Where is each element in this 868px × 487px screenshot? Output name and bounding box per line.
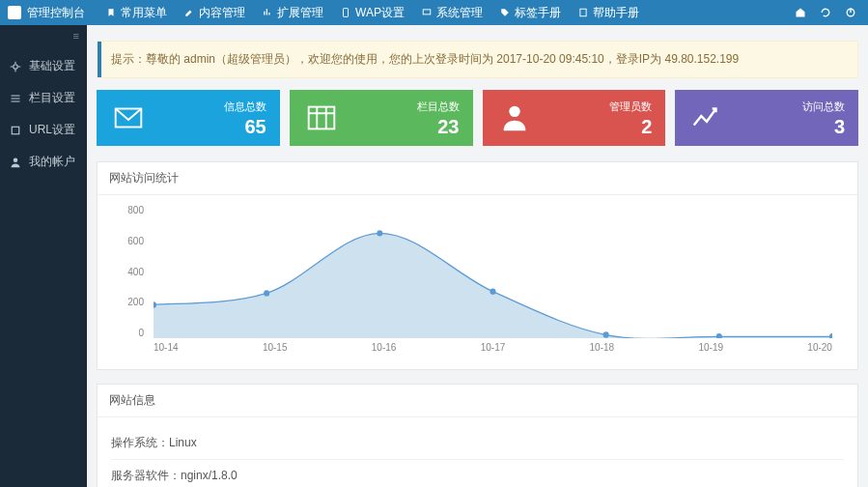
- tag-icon: [500, 8, 510, 17]
- stat-card-messages[interactable]: 信息总数 65: [97, 90, 280, 146]
- stat-card-columns[interactable]: 栏目总数 23: [290, 90, 473, 146]
- svg-rect-2: [580, 9, 586, 16]
- stat-card-visits[interactable]: 访问总数 3: [675, 90, 858, 146]
- stat-label: 管理员数: [609, 100, 652, 114]
- home-icon[interactable]: [795, 7, 806, 18]
- chart-ytick: 200: [117, 297, 144, 307]
- chart-xtick: 10-16: [372, 342, 397, 359]
- notice-text: 提示：尊敬的 admin（超级管理员），欢迎您的使用，您的上次登录时间为 201…: [111, 51, 739, 68]
- chart-area-fill: [154, 233, 832, 338]
- sidebar: ≡ 基础设置 栏目设置 URL设置: [0, 25, 87, 487]
- topnav-item-tag[interactable]: 标签手册: [500, 5, 561, 21]
- stat-value: 65: [224, 116, 266, 138]
- info-label: 服务器软件：: [111, 469, 181, 482]
- topnav-item-common[interactable]: 常用菜单: [106, 5, 167, 21]
- topnav-label: 扩展管理: [277, 5, 323, 21]
- stats-row: 信息总数 65 栏目总数 23 管理员数 2: [97, 90, 858, 146]
- topnav-label: 帮助手册: [593, 5, 639, 21]
- sidebar-item-url[interactable]: URL设置: [0, 114, 87, 146]
- info-row: 操作系统：Linux: [111, 427, 844, 460]
- edit-icon: [184, 8, 194, 17]
- info-value: Linux: [169, 436, 197, 449]
- chart-xtick: 10-20: [807, 342, 832, 359]
- info-label: 操作系统：: [111, 436, 169, 449]
- chart-xtick: 10-17: [481, 342, 506, 359]
- bookmark-icon: [106, 8, 116, 17]
- notice-banner: 提示：尊敬的 admin（超级管理员），欢迎您的使用，您的上次登录时间为 201…: [97, 41, 858, 78]
- link-icon: [10, 125, 21, 136]
- person-icon: [496, 100, 533, 136]
- chart-ytick: 400: [117, 267, 144, 277]
- sidebar-toggle[interactable]: ≡: [0, 25, 87, 46]
- brand-title: 管理控制台: [27, 5, 85, 21]
- power-icon[interactable]: [845, 7, 856, 18]
- list-icon: [10, 93, 21, 104]
- chart-point: [603, 331, 609, 337]
- gear-icon: [10, 61, 21, 72]
- chart-xtick: 10-14: [154, 342, 179, 359]
- topnav-label: 系统管理: [436, 5, 483, 21]
- brand-icon: [8, 6, 21, 19]
- stat-label: 访问总数: [802, 100, 845, 114]
- brand[interactable]: 管理控制台: [0, 5, 93, 21]
- menu-icon: ≡: [73, 30, 79, 42]
- refresh-icon[interactable]: [820, 7, 831, 18]
- stat-value: 23: [417, 116, 460, 138]
- stat-card-admins[interactable]: 管理员数 2: [483, 90, 666, 146]
- svg-rect-9: [308, 107, 334, 129]
- mail-icon: [110, 100, 147, 136]
- user-icon: [10, 157, 21, 168]
- panel-siteinfo: 网站信息 操作系统：Linux服务器软件：nginx/1.8.0MySQL 版本…: [97, 384, 858, 487]
- chart: 8006004002000 10-1410-1510-1610-1710-181…: [111, 205, 844, 359]
- sidebar-item-column[interactable]: 栏目设置: [0, 82, 87, 114]
- mobile-icon: [341, 8, 350, 17]
- chart-ytick: 0: [117, 328, 144, 338]
- topbar: 管理控制台 常用菜单 内容管理 扩展管理: [0, 0, 868, 25]
- svg-rect-1: [423, 10, 431, 14]
- sidebar-label: 我的帐户: [29, 154, 75, 170]
- topnav-label: 常用菜单: [121, 5, 167, 21]
- chart-ytick: 600: [117, 236, 144, 246]
- chart-xtick: 10-15: [263, 342, 288, 359]
- topbar-right: [795, 7, 868, 18]
- info-row: 服务器软件：nginx/1.8.0: [111, 460, 844, 487]
- topnav-item-extension[interactable]: 扩展管理: [263, 5, 323, 21]
- chart-point: [716, 333, 722, 338]
- chart-point: [490, 289, 495, 295]
- sidebar-item-account[interactable]: 我的帐户: [0, 146, 87, 178]
- chart-point: [829, 333, 832, 338]
- stat-label: 栏目总数: [417, 100, 460, 114]
- chart-point: [377, 230, 382, 236]
- chart-point: [264, 290, 269, 296]
- main-content: 提示：尊敬的 admin（超级管理员），欢迎您的使用，您的上次登录时间为 201…: [87, 25, 868, 487]
- chart-xtick: 10-19: [698, 342, 723, 359]
- sidebar-item-basic[interactable]: 基础设置: [0, 50, 87, 82]
- topnav-label: 内容管理: [199, 5, 245, 21]
- lineup-icon: [688, 100, 725, 136]
- sidebar-label: 栏目设置: [29, 90, 75, 106]
- svg-point-5: [14, 64, 18, 69]
- screen-icon: [422, 8, 432, 17]
- panel-title: 网站信息: [98, 385, 857, 417]
- topnav-label: WAP设置: [355, 5, 405, 21]
- sidebar-label: 基础设置: [29, 58, 75, 74]
- topnav-label: 标签手册: [515, 5, 561, 21]
- stat-label: 信息总数: [224, 100, 266, 114]
- svg-rect-6: [12, 127, 19, 134]
- notice-accent: [98, 42, 101, 77]
- chart-ytick: 800: [117, 205, 144, 215]
- topnav-item-help[interactable]: 帮助手册: [578, 5, 639, 21]
- sidebar-label: URL设置: [29, 122, 75, 138]
- topnav-item-content[interactable]: 内容管理: [184, 5, 245, 21]
- stat-value: 3: [802, 116, 845, 138]
- panel-title: 网站访问统计: [98, 162, 857, 195]
- grid-icon: [303, 100, 340, 136]
- svg-point-7: [14, 158, 18, 162]
- help-icon: [578, 8, 588, 17]
- info-value: nginx/1.8.0: [181, 469, 238, 482]
- svg-point-13: [509, 106, 519, 117]
- topnav-item-system[interactable]: 系统管理: [422, 5, 483, 21]
- chart-xtick: 10-18: [590, 342, 615, 359]
- topnav-item-wap[interactable]: WAP设置: [341, 5, 405, 21]
- chart-icon: [263, 8, 272, 17]
